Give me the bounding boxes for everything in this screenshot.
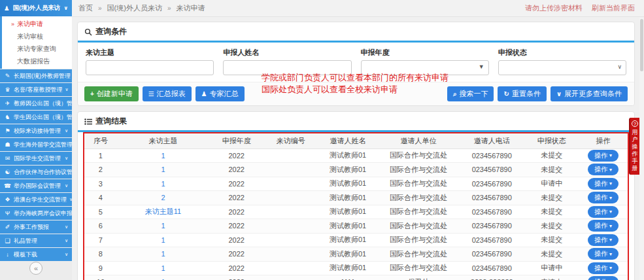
row-action-button[interactable]: 操作 ▾ [588, 192, 619, 203]
sidebar-submenu-item-2[interactable]: »来访专家查询 [2, 43, 72, 55]
cell-no: 3 [84, 177, 117, 191]
sidebar-item-10[interactable]: Ψ举办海峡两岸会议申报∨ [0, 207, 72, 220]
breadcrumb-home[interactable]: 首页 [78, 3, 93, 13]
refresh-page-link[interactable]: 刷新当前界面 [592, 3, 635, 13]
column-header: 申报年度 [209, 133, 263, 149]
cell-action: 操作 ▾ [579, 191, 628, 205]
cell-phone: 0234567890 [459, 247, 524, 262]
person-icon: ♟ [4, 5, 10, 12]
sidebar-submenu-item-0[interactable]: »来访申请 [2, 18, 72, 30]
visit-theme-link[interactable]: 1 [161, 236, 165, 244]
sidebar-item-3[interactable]: ♞学生因公出国（境）管理∨ [0, 111, 72, 124]
sidebar-item-6[interactable]: ✉国际学生交流管理∨ [0, 152, 72, 165]
applicant-name-input[interactable] [223, 60, 351, 75]
sidebar-item-8[interactable]: ☎举办国际会议管理∨ [0, 179, 72, 192]
cell-code [263, 219, 318, 234]
cell-inviter: 测试教师01 [318, 191, 377, 205]
visit-theme-input[interactable] [86, 60, 214, 75]
create-application-button[interactable]: + 创建新申请 [84, 86, 139, 101]
row-action-button[interactable]: 操作 ▾ [588, 220, 619, 232]
user-icon: ♟ [201, 90, 207, 97]
cell-status: 未提交 [524, 191, 579, 205]
caret-down-icon: ▾ [609, 265, 612, 271]
expert-summary-button[interactable]: ♟ 专家汇总 [195, 86, 245, 101]
sidebar-item-11[interactable]: ✐外事工作预报∨ [0, 220, 72, 234]
ribbon-label-char: 用 [632, 129, 638, 135]
breadcrumb-section[interactable]: 国(境)外人员来访 [107, 3, 162, 13]
column-header: 序号 [84, 133, 117, 149]
row-action-button[interactable]: 操作 ▾ [588, 248, 619, 260]
caret-down-icon: ▾ [609, 181, 612, 186]
scrollbar-track[interactable] [639, 18, 644, 280]
cell-year: 2022 [209, 233, 263, 247]
cell-inviter: 测试教师01 [318, 233, 377, 247]
ribbon-label-char: 操 [632, 143, 638, 150]
search-button[interactable]: ⌕ 搜索一下 [447, 86, 494, 101]
sidebar-item-7[interactable]: ☯合作伙伴与合作协议管理∨ [0, 166, 72, 179]
sidebar-submenu-item-3[interactable]: »大数据报告 [2, 55, 72, 67]
sidebar-item-1[interactable]: ♛名誉/客座教授管理∨ [0, 83, 72, 96]
chevron-down-icon: ∨ [65, 224, 68, 230]
sidebar-item-13[interactable]: ↓模板下载∨ [0, 248, 72, 261]
visit-theme-link[interactable]: 来访主题11 [145, 207, 181, 215]
sidebar-item-0[interactable]: ✎长期国(境)外教师管理∨ [0, 69, 72, 82]
cell-phone: 0234567890 [459, 233, 524, 247]
row-action-button[interactable]: 操作 ▾ [588, 262, 619, 274]
sidebar-item-12[interactable]: ❑礼品管理∨ [0, 234, 72, 247]
breadcrumb: 首页 » 国(境)外人员来访 » 来访申请 [78, 3, 205, 13]
sidebar-item-label: 模板下载 [14, 251, 37, 259]
medal-icon: ♛ [4, 86, 11, 93]
row-action-button[interactable]: 操作 ▾ [588, 178, 619, 190]
declare-year-select[interactable] [361, 60, 489, 75]
cell-action: 操作 ▾ [579, 233, 628, 247]
row-action-button[interactable]: 操作 ▾ [588, 234, 619, 246]
row-action-button[interactable]: 操作 ▾ [588, 164, 619, 175]
ribbon-label-char: 册 [632, 165, 638, 171]
sidebar-submenu-item-1[interactable]: »来访审核 [2, 30, 72, 43]
cell-year: 2022 [209, 163, 263, 177]
visit-theme-link[interactable]: 1 [161, 166, 165, 173]
sidebar-item-5[interactable]: ☗学生海外留学交流管理∨ [0, 138, 72, 151]
sidebar-collapse-button[interactable]: « [29, 262, 42, 275]
expand-more-filters-button[interactable]: ∨ 展开更多查询条件 [551, 86, 628, 101]
sidebar-item-label: 国际学生交流管理 [14, 154, 61, 163]
table-body: 112022测试教师01国际合作与交流处0234567890未提交操作 ▾212… [84, 149, 628, 280]
column-header: 操作 [579, 133, 628, 149]
teacher-abroad-icon: ✈ [4, 100, 11, 107]
user-manual-ribbon[interactable]: ? 用户操作手册 [629, 118, 639, 175]
sidebar-item-list: ✎长期国(境)外教师管理∨♛名誉/客座教授管理∨✈教师因公出国（境）管理∨♞学生… [0, 69, 72, 261]
cell-unit: 国际合作与交流处 [378, 163, 460, 177]
cell-year: 2022 [209, 191, 263, 205]
summary-report-button[interactable]: ☰ 汇总报表 [143, 86, 192, 101]
declare-status-select[interactable] [498, 60, 626, 75]
visit-theme-link[interactable]: 1 [161, 264, 165, 272]
sidebar-item-2[interactable]: ✈教师因公出国（境）管理∨ [0, 97, 72, 110]
chevron-down-icon: ∨ [69, 197, 72, 202]
visit-theme-link[interactable]: 1 [161, 180, 165, 188]
results-panel-title: 查询结果 [78, 112, 634, 132]
cell-year: 2022 [209, 261, 263, 275]
visit-theme-link[interactable]: 1 [161, 222, 165, 230]
scrollbar-thumb[interactable] [640, 19, 643, 71]
campus-visit-icon: ⚑ [4, 128, 11, 134]
cell-action: 操作 ▾ [579, 247, 628, 262]
row-action-button[interactable]: 操作 ▾ [588, 206, 619, 218]
visit-theme-link[interactable]: 1 [161, 250, 165, 258]
sidebar-item-4[interactable]: ⚑校际来访接待管理∨ [0, 124, 72, 137]
sidebar-item-9[interactable]: ❖港澳台学生交流管理∨ [0, 193, 72, 206]
cell-status: 未提交 [524, 219, 579, 234]
cell-action: 操作 ▾ [579, 205, 628, 219]
cell-unit: 国际合作与交流处 [378, 205, 460, 219]
sidebar-group-visits[interactable]: ♟ 国(境)外人员来访 ∨ [0, 0, 72, 16]
results-table: 序号来访主题申报年度来访编号邀请人姓名邀请人单位邀请人电话申报状态操作 1120… [84, 133, 628, 280]
visit-theme-link[interactable]: 2 [161, 194, 165, 201]
cell-no: 4 [84, 191, 117, 205]
visit-theme-link[interactable]: 1 [161, 152, 165, 160]
reset-button[interactable]: ↻ 重置条件 [498, 86, 546, 101]
sidebar-item-label: 教师因公出国（境）管理 [14, 99, 72, 108]
group-icon: ❖ [4, 196, 11, 203]
row-action-button[interactable]: 操作 ▾ [588, 276, 619, 280]
sidebar-item-label: 名誉/客座教授管理 [14, 86, 63, 94]
row-action-button[interactable]: 操作 ▾ [588, 150, 619, 162]
cell-status: 申请中 [524, 275, 579, 280]
